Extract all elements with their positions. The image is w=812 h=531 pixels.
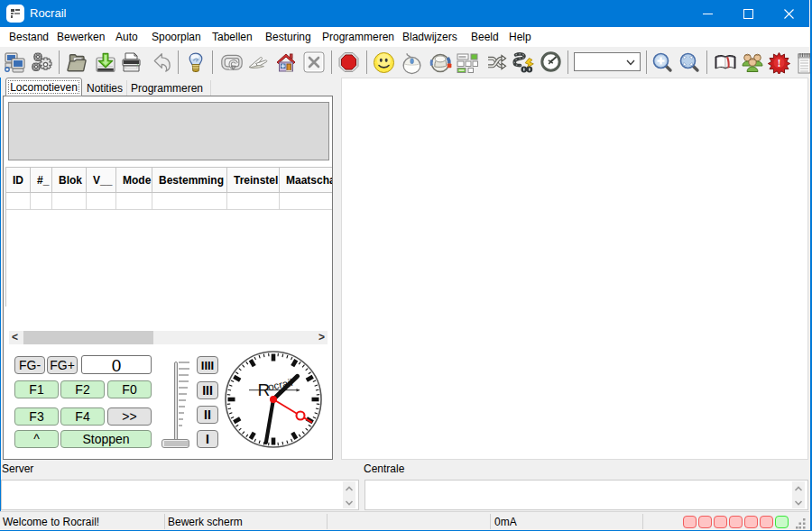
svg-text:!: ! [778, 57, 781, 69]
